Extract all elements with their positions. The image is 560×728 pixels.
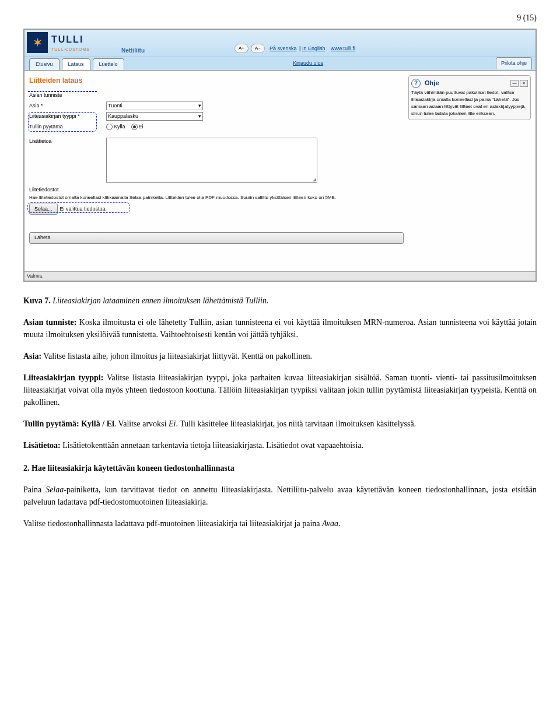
app-header: ✶ TULLI TULL·CUSTOMS Nettiliitu A+ A− På… xyxy=(24,30,536,57)
p1-lead: Asian tunniste: xyxy=(23,318,77,327)
tab-luettelo[interactable]: Luettelo xyxy=(93,58,124,71)
highlight-asian-tunniste xyxy=(28,91,97,92)
logo-icon: ✶ xyxy=(27,32,48,53)
p6-italic: Selaa xyxy=(46,485,64,494)
p6-pre: Paina xyxy=(23,485,46,494)
tab-bar: Etusivu Lataus Luettelo Kirjaudu ulos Pi… xyxy=(24,57,536,71)
p7-end: . xyxy=(338,519,341,528)
status-bar: Valmis. xyxy=(24,271,537,281)
p1-text: Koska ilmoitusta ei ole lähetetty Tullii… xyxy=(23,318,537,339)
page-number: 9 (15) xyxy=(23,12,537,24)
help-icon: ? xyxy=(411,79,421,88)
submit-button[interactable]: Lähetä xyxy=(29,232,404,244)
highlight-tullin-pyytama xyxy=(28,112,97,132)
caption-text: Liiteasiakirjan lataaminen ennen ilmoitu… xyxy=(51,296,269,305)
paragraph-tyyppi: Liiteasiakirjan tyyppi: Valitse listasta… xyxy=(23,372,537,408)
hide-help-button[interactable]: Piilota ohje xyxy=(496,57,532,69)
help-panel: ? Ohje — × Täytä vähintään puuttuvat pak… xyxy=(408,75,531,120)
p4-italic: Ei xyxy=(169,419,176,428)
radio-kylla[interactable] xyxy=(106,124,113,130)
section-heading-2: 2. Hae liiteasiakirja käytettävän koneen… xyxy=(23,462,537,474)
p6-text: -painiketta, kun tarvittavat tiedot on a… xyxy=(23,485,537,506)
radio-ei[interactable] xyxy=(131,124,138,130)
font-increase-button[interactable]: A+ xyxy=(235,44,249,53)
header-links: På svenska | In English www.tulli.fi xyxy=(270,45,356,53)
form-area: Liitteiden lataus Asian tunniste Asia * … xyxy=(29,75,404,244)
radio-kylla-label: Kyllä xyxy=(114,124,125,130)
p2-lead: Asia: xyxy=(23,352,41,360)
caption-lead: Kuva 7. xyxy=(23,296,51,305)
logout-link[interactable]: Kirjaudu ulos xyxy=(293,60,323,68)
select-asia-value: Tuonti xyxy=(108,102,123,110)
lang-link-en[interactable]: In English xyxy=(302,46,326,51)
p3-lead: Liiteasiakirjan tyyppi: xyxy=(23,373,103,382)
file-section-title: Liitetiedostot xyxy=(29,186,404,194)
logo-sub-text: TULL·CUSTOMS xyxy=(51,47,90,53)
paragraph-tullin-pyytama: Tullin pyytämä: Kyllä / Ei. Valitse arvo… xyxy=(23,418,537,430)
paragraph-asia: Asia: Valitse listasta aihe, johon ilmoi… xyxy=(23,350,537,362)
p5-lead: Lisätietoa: xyxy=(23,441,61,450)
paragraph-selaa: Paina Selaa-painiketta, kun tarvittavat … xyxy=(23,484,537,508)
tab-etusivu[interactable]: Etusivu xyxy=(29,58,60,71)
paragraph-lisatietoa: Lisätietoa: Lisätietokenttään annetaan t… xyxy=(23,439,537,452)
label-asia: Asia * xyxy=(29,103,43,108)
highlight-file-row xyxy=(27,202,130,213)
radio-ei-label: Ei xyxy=(139,124,144,130)
app-brand: Nettiliitu xyxy=(121,46,145,55)
figure-caption: Kuva 7. Liiteasiakirjan lataaminen ennen… xyxy=(23,295,537,307)
p7-italic: Avaa xyxy=(322,519,338,528)
chevron-down-icon: ▾ xyxy=(198,102,201,110)
label-lisatietoa: Lisätietoa xyxy=(29,138,52,144)
minimize-icon[interactable]: — xyxy=(510,80,519,87)
select-tyyppi[interactable]: Kauppalasku ▾ xyxy=(106,112,203,121)
p4-mid: . Valitse arvoksi xyxy=(114,419,169,428)
chevron-down-icon: ▾ xyxy=(198,113,201,121)
app-screenshot: ✶ TULLI TULL·CUSTOMS Nettiliitu A+ A− På… xyxy=(23,29,537,282)
help-text: Täytä vähintään puuttuvat pakolliset tie… xyxy=(411,89,528,117)
select-tyyppi-value: Kauppalasku xyxy=(108,113,138,121)
p4-lead: Tullin pyytämä: Kyllä / Ei xyxy=(23,419,114,428)
paragraph-asian-tunniste: Asian tunniste: Koska ilmoitusta ei ole … xyxy=(23,316,537,341)
lang-link-sv[interactable]: På svenska xyxy=(270,46,297,51)
file-section-help: Hae liitetiedostot omalta koneeltasi kli… xyxy=(29,194,404,201)
logo-main-text: TULLI xyxy=(51,33,90,47)
help-title: Ohje xyxy=(425,79,439,86)
external-link[interactable]: www.tulli.fi xyxy=(331,46,355,51)
tab-lataus[interactable]: Lataus xyxy=(62,58,90,71)
label-asian-tunniste: Asian tunniste xyxy=(29,92,62,98)
select-asia[interactable]: Tuonti ▾ xyxy=(106,102,203,111)
close-icon[interactable]: × xyxy=(520,80,528,87)
form-title: Liitteiden lataus xyxy=(29,75,404,86)
logo: ✶ TULLI TULL·CUSTOMS xyxy=(27,32,90,53)
p2-text: Valitse listasta aihe, johon ilmoitus ja… xyxy=(41,352,312,360)
p7-pre: Valitse tiedostonhallinnasta ladattava p… xyxy=(23,519,322,528)
p5-text: Lisätietokenttään annetaan tarkentavia t… xyxy=(61,441,363,450)
paragraph-avaa: Valitse tiedostonhallinnasta ladattava p… xyxy=(23,517,537,530)
font-decrease-button[interactable]: A− xyxy=(251,44,265,53)
textarea-lisatietoa[interactable] xyxy=(106,138,317,183)
p4-end: . Tulli käsittelee liiteasiakirjat, jos … xyxy=(176,419,416,428)
